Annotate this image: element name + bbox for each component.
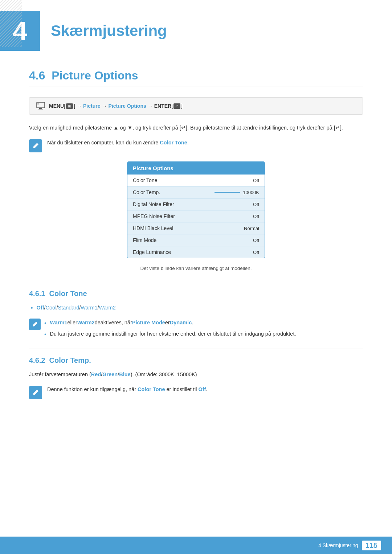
section-heading: 4.6 Picture Options [29,69,363,86]
footer-number: 115 [362,541,381,550]
menu-label-mpeg-noise: MPEG Noise Filter [133,213,175,219]
monitor-icon [36,101,45,111]
menu-label-edge-luminance: Edge Luminance [133,249,171,255]
svg-rect-0 [37,102,45,108]
s2-green: Green [102,372,118,377]
diagonal-decoration [0,0,22,47]
svg-rect-2 [38,109,43,110]
options-bullet: Off / Cool / Standard / Warm1 / Warm2 [31,304,363,313]
menu-value-mpeg-noise: Off [253,214,259,219]
s2-note-prefix: Denne funktion er kun tilgængelig, når [47,386,138,392]
s2-note-mid: er indstillet til [165,386,199,392]
note-icon-2 [29,319,41,330]
nav-item3: ENTER [154,103,171,109]
note-bullet-1: Warm1 eller Warm2 deaktiveres, når Pictu… [44,319,363,328]
menu-label-hdmi-black: HDMI Black Level [133,225,173,231]
subsection2-body: Justér farvetemperaturen (Red/Green/Blue… [29,370,363,379]
option-cool: Cool [46,304,57,312]
s2-note-suffix: . [206,386,207,392]
subsection1-note-box: Warm1 eller Warm2 deaktiveres, når Pictu… [29,319,363,341]
menu-item-digital-noise[interactable]: Digital Noise Filter Off [127,198,265,210]
menu-label-flim-mode: Flim Mode [133,237,156,243]
nav-item2: Picture Options [108,103,146,109]
menu-value-edge-luminance: Off [253,250,259,255]
menu-value-flim-mode: Off [253,238,259,243]
s2-suffix: ). (Område: 3000K–15000K) [131,372,197,377]
note-box-3: Denne funktion er kun tilgængelig, når C… [29,385,363,399]
s2-red: Red [91,372,101,377]
option-warm2: Warm2 [99,304,116,312]
nb1-suffix: . [192,319,193,327]
subsection1-note-bullets: Warm1 eller Warm2 deaktiveres, når Pictu… [44,319,363,341]
picture-options-menu: Picture Options Color Tone Off Color Tem… [127,161,265,258]
nb1-warm2: Warm2 [77,319,95,327]
nb1-mid1: eller [67,319,77,327]
s2-blue: Blue [119,372,130,377]
note-icon-1 [29,139,42,152]
nav-arrow1: → [77,103,82,109]
menu-item-hdmi-black[interactable]: HDMI Black Level Normal [127,222,265,234]
subsection1-heading: 4.6.1 Color Tone [29,290,363,298]
option-warm1: Warm1 [81,304,97,312]
menu-item-mpeg-noise[interactable]: MPEG Noise Filter Off [127,210,265,222]
s2-prefix: Justér farvetemperaturen ( [29,372,91,377]
intro-body-text: Vælg en mulighed med piletasterne ▲ og ▼… [29,124,363,132]
option-off: Off [37,304,44,312]
subsection1-number: 4.6.1 [29,290,45,297]
chapter-title: Skærmjustering [51,22,167,40]
nav-arrow3: → [148,103,153,109]
pencil-icon-2 [32,321,38,328]
note-text-3: Denne funktion er kun tilgængelig, når C… [47,385,207,394]
section-number: 4.6 [29,69,45,82]
menu-container: Picture Options Color Tone Off Color Tem… [29,161,363,258]
main-content: 4.6 Picture Options MENU [ ⊞ ] → Picture… [0,62,392,435]
note1-suffix: . [187,140,189,145]
nav-menu-icon: ⊞ [66,103,73,109]
menu-title-bar: Picture Options [127,162,265,175]
s2-note-h1: Color Tone [138,386,165,392]
menu-value-hdmi-black: Normal [244,226,259,231]
nav-bracket2: ] [74,103,75,109]
nb1-mid2: deaktiveres, når [95,319,132,327]
footer: 4 Skærmjustering 115 [0,537,392,554]
nb2-text: Du kan justere og gemme indstillinger fo… [50,330,296,338]
menu-label-color-tone: Color Tone [133,177,157,183]
svg-rect-1 [39,108,42,109]
menu-item-flim-mode[interactable]: Flim Mode Off [127,234,265,246]
note-text-1: Når du tilslutter en computer, kan du ku… [47,139,189,147]
subsection2-heading: 4.6.2 Color Temp. [29,356,363,365]
nav-bracket1: [ [64,103,65,109]
menu-value-digital-noise: Off [253,202,259,207]
nav-menu-label: MENU [49,103,64,109]
nb1-pictmode: Picture Mode [132,319,165,327]
menu-item-color-tone[interactable]: Color Tone Off [127,175,265,186]
menu-value-color-temp: 10000K [215,190,259,195]
option-standard: Standard [58,304,79,312]
menu-value-color-tone: Off [253,178,259,183]
subsection2-title: Color Temp. [49,356,91,364]
subsection1-options-list: Off / Cool / Standard / Warm1 / Warm2 [29,304,363,313]
pencil-icon [32,142,39,149]
nav-enter-icon: ↵ [173,103,180,109]
menu-label-digital-noise: Digital Noise Filter [133,201,174,207]
menu-item-edge-luminance[interactable]: Edge Luminance Off [127,246,265,258]
menu-label-color-temp: Color Temp. [133,189,160,195]
nb1-dynamic: Dynamic [170,319,192,327]
slider-line [215,192,240,193]
menu-item-color-temp[interactable]: Color Temp. 10000K [127,186,265,198]
nav-path: MENU [ ⊞ ] → Picture → Picture Options →… [29,97,363,115]
s2-note-h2: Off [198,386,206,392]
nav-item1: Picture [83,103,100,109]
note-bullet-2: Du kan justere og gemme indstillinger fo… [44,330,363,339]
svg-rect-3 [37,103,39,104]
chapter-header: 4 Skærmjustering [0,0,392,58]
menu-caption: Det viste billede kan variere afhængigt … [29,266,363,271]
nb1-mid3: er [165,319,170,327]
subsection2-number: 4.6.2 [29,356,45,364]
subsection1-title: Color Tone [49,290,87,297]
section-title: Picture Options [52,69,138,82]
note-box-1: Når du tilslutter en computer, kan du ku… [29,139,363,152]
note1-highlight: Color Tone [160,140,187,145]
divider-1 [29,282,363,282]
note-icon-3 [29,386,42,399]
